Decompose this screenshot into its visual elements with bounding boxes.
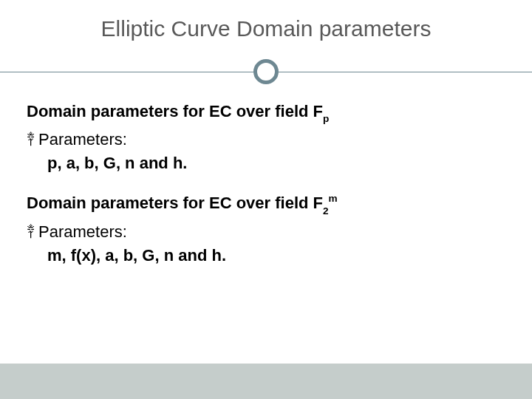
section1-bullet-label: Parameters: — [38, 130, 127, 149]
section2-heading-superscript: m — [329, 193, 338, 204]
bullet-icon: ༒ — [27, 132, 34, 149]
section2-bullet: ༒ Parameters: — [27, 222, 505, 242]
title-area: Elliptic Curve Domain parameters — [0, 0, 532, 41]
slide: Elliptic Curve Domain parameters Domain … — [0, 0, 532, 399]
section2-params: m, f(x), a, b, G, n and h. — [47, 246, 505, 265]
section1-heading: Domain parameters for EC over field Fp — [27, 102, 505, 123]
section1-heading-text: Domain parameters for EC over field F — [27, 102, 323, 120]
section1-params: p, a, b, G, n and h. — [47, 154, 505, 173]
title-divider — [0, 59, 532, 84]
bullet-icon: ༒ — [27, 224, 34, 241]
section2-heading: Domain parameters for EC over field F2m — [27, 194, 505, 215]
content-area: Domain parameters for EC over field Fp ༒… — [27, 102, 505, 286]
section1-heading-subscript: p — [323, 113, 329, 124]
section2-heading-text: Domain parameters for EC over field F — [27, 194, 323, 213]
section2-bullet-label: Parameters: — [38, 222, 127, 242]
section2-heading-subscript: 2 — [323, 205, 329, 216]
slide-title: Elliptic Curve Domain parameters — [0, 16, 532, 41]
section1-bullet: ༒ Parameters: — [27, 130, 505, 149]
footer-band — [0, 364, 532, 399]
divider-circle-icon — [253, 59, 279, 84]
